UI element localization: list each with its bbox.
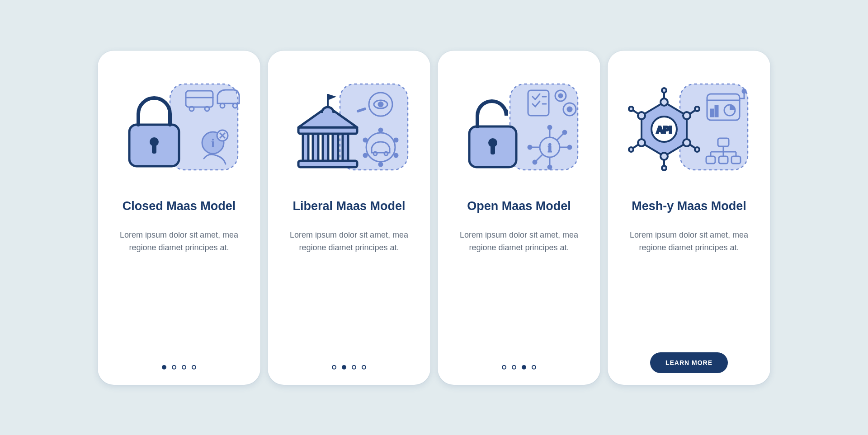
svg-point-57 [548, 126, 552, 129]
lock-open-icon: i [456, 70, 582, 183]
svg-point-104 [695, 147, 699, 152]
svg-point-25 [379, 128, 382, 132]
svg-point-94 [683, 112, 690, 119]
svg-line-107 [633, 145, 638, 148]
onboarding-card-closed: i Closed Maas Model Lorem ipsum dolor si… [98, 51, 260, 385]
svg-point-20 [378, 102, 383, 107]
illustration-closed: i [116, 70, 242, 183]
svg-point-27 [394, 154, 398, 157]
svg-point-28 [363, 138, 367, 142]
svg-text:i: i [211, 136, 215, 150]
dot-2[interactable] [512, 365, 516, 370]
card-body: Lorem ipsum dolor sit amet, mea regione … [458, 229, 580, 254]
dot-3[interactable] [182, 365, 186, 370]
government-building-icon [286, 70, 412, 183]
card-title: Open Maas Model [467, 199, 571, 214]
svg-point-106 [662, 166, 666, 170]
learn-more-button[interactable]: LEARN MORE [650, 352, 728, 373]
card-body: Lorem ipsum dolor sit amet, mea regione … [118, 229, 240, 254]
svg-point-108 [629, 147, 633, 152]
svg-point-51 [559, 94, 562, 98]
svg-text:i: i [548, 141, 551, 154]
lock-closed-icon: i [116, 70, 242, 183]
dot-4[interactable] [362, 365, 366, 370]
card-body: Lorem ipsum dolor sit amet, mea regione … [628, 229, 750, 254]
page-indicator [162, 365, 196, 370]
svg-rect-36 [343, 134, 348, 161]
svg-point-26 [394, 138, 398, 142]
svg-point-53 [567, 107, 572, 112]
page-indicator [502, 365, 536, 370]
dot-2[interactable] [342, 365, 346, 370]
dot-1[interactable] [332, 365, 336, 370]
svg-rect-75 [711, 109, 713, 117]
svg-rect-34 [323, 134, 328, 161]
svg-point-110 [629, 107, 633, 111]
onboarding-card-liberal: Liberal Maas Model Lorem ipsum dolor sit… [268, 51, 430, 385]
svg-point-67 [533, 160, 537, 164]
svg-line-109 [633, 110, 638, 114]
card-title: Mesh-y Maas Model [632, 199, 746, 214]
card-title: Liberal Maas Model [292, 199, 405, 214]
dot-2[interactable] [172, 365, 176, 370]
svg-point-65 [563, 131, 566, 134]
svg-point-59 [548, 165, 552, 169]
illustration-liberal [286, 70, 412, 183]
page-indicator [332, 365, 366, 370]
svg-point-102 [695, 107, 699, 111]
illustration-open: i [456, 70, 582, 183]
svg-point-63 [568, 145, 571, 149]
card-body: Lorem ipsum dolor sit amet, mea regione … [288, 229, 410, 254]
dot-1[interactable] [162, 365, 166, 370]
api-mesh-icon: API [626, 70, 752, 183]
onboarding-card-open: i Open Maas Model Lorem ipsum dolor sit … [438, 51, 600, 385]
dot-4[interactable] [532, 365, 536, 370]
svg-point-29 [363, 154, 367, 157]
dot-3[interactable] [352, 365, 356, 370]
svg-rect-33 [313, 134, 318, 161]
svg-point-93 [660, 98, 668, 106]
svg-marker-40 [328, 94, 336, 100]
dot-1[interactable] [502, 365, 506, 370]
svg-point-97 [638, 139, 645, 146]
svg-rect-70 [491, 145, 495, 154]
illustration-mesh: API [626, 70, 752, 183]
svg-point-100 [662, 88, 666, 93]
dot-3[interactable] [522, 365, 526, 370]
dot-4[interactable] [192, 365, 196, 370]
svg-text:API: API [656, 125, 671, 135]
svg-point-95 [683, 139, 690, 146]
svg-rect-15 [152, 144, 156, 154]
svg-point-30 [379, 163, 382, 166]
svg-point-96 [660, 153, 668, 160]
card-title: Closed Maas Model [123, 199, 236, 214]
svg-rect-32 [303, 134, 308, 161]
onboarding-card-mesh: API Mesh-y Maas Model Lorem ipsum dolor … [608, 51, 770, 385]
svg-point-61 [528, 145, 532, 149]
svg-point-98 [638, 112, 645, 119]
svg-rect-76 [715, 106, 718, 117]
svg-rect-35 [333, 134, 338, 161]
